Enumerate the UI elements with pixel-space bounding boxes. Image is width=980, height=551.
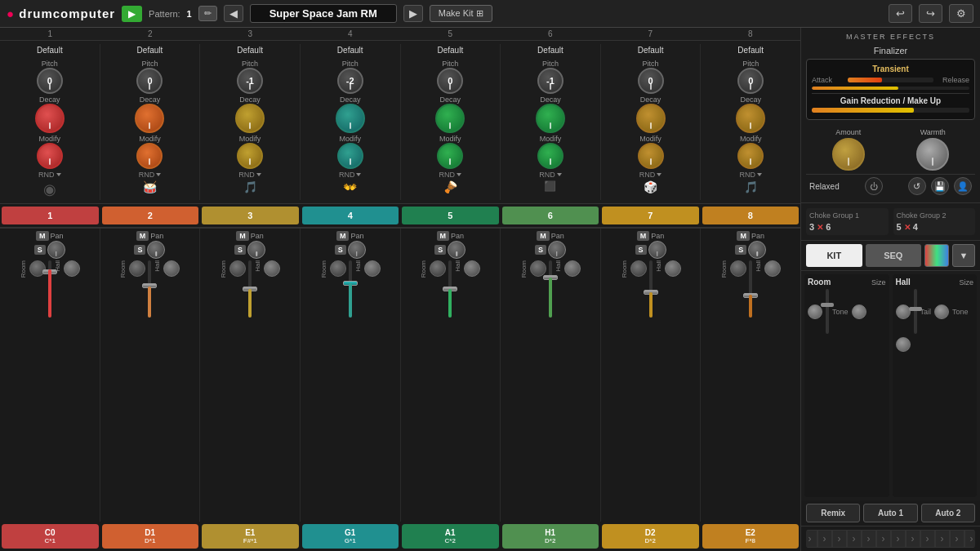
rnd-row-3[interactable]: RND — [238, 171, 261, 179]
amount-knob[interactable] — [832, 138, 865, 171]
make-kit-button[interactable]: Make Kit ⊞ — [430, 5, 492, 22]
room-knob-5[interactable] — [430, 260, 446, 277]
power-button[interactable]: ⏻ — [865, 177, 883, 195]
gain-bar[interactable] — [812, 108, 969, 113]
modify-knob-3[interactable] — [237, 143, 263, 169]
step-btn-5[interactable]: 5 — [402, 207, 499, 224]
nav-right-button[interactable]: ▶ — [403, 5, 423, 22]
choke-x-1[interactable]: ✕ — [817, 223, 823, 232]
pitch-knob-6[interactable]: -1 — [537, 68, 564, 94]
arrow-3[interactable]: › — [817, 530, 832, 548]
note-btn-8[interactable]: E2 F*8 — [702, 524, 800, 549]
rnd-row-7[interactable]: RND — [639, 171, 662, 179]
rnd-row-6[interactable]: RND — [539, 171, 562, 179]
step-btn-3[interactable]: 3 — [202, 207, 299, 224]
arrow-4[interactable]: › — [832, 530, 847, 548]
rnd-row-5[interactable]: RND — [439, 171, 462, 179]
room-knob-2[interactable] — [129, 260, 145, 277]
modify-knob-2[interactable] — [136, 143, 163, 169]
note-btn-6[interactable]: H1 D*2 — [502, 524, 599, 549]
step-btn-7[interactable]: 7 — [602, 207, 699, 224]
note-btn-1[interactable]: C0 C*1 — [2, 524, 99, 549]
note-btn-2[interactable]: D1 D*1 — [102, 524, 199, 549]
modify-knob-6[interactable] — [537, 143, 564, 169]
arrow-2[interactable]: › — [806, 530, 817, 548]
attack-bar[interactable] — [848, 78, 933, 82]
color-picker[interactable] — [924, 244, 949, 267]
solo-btn-5[interactable]: S — [434, 245, 446, 255]
note-btn-5[interactable]: A1 C*2 — [402, 524, 499, 549]
pan-knob-3[interactable] — [247, 241, 265, 259]
choke-x-2[interactable]: ✕ — [904, 223, 911, 232]
auto2-button[interactable]: Auto 2 — [921, 504, 975, 522]
step-btn-2[interactable]: 2 — [102, 207, 199, 224]
decay-knob-7[interactable] — [636, 104, 666, 133]
arrow-7[interactable]: › — [876, 530, 891, 548]
play-button[interactable]: ▶ — [122, 6, 142, 22]
remix-button[interactable]: Remix — [806, 504, 860, 522]
mute-btn-8[interactable]: M — [737, 231, 750, 241]
hall-tail-knob[interactable] — [934, 304, 949, 319]
decay-knob-4[interactable] — [336, 104, 365, 133]
pitch-knob-4[interactable]: -2 — [337, 68, 363, 94]
note-btn-7[interactable]: D2 D*2 — [602, 524, 699, 549]
modify-knob-8[interactable] — [737, 143, 764, 169]
pitch-knob-3[interactable]: -1 — [237, 68, 263, 94]
modify-knob-1[interactable] — [37, 143, 63, 169]
pan-knob-2[interactable] — [147, 241, 165, 259]
arrow-9[interactable]: › — [906, 530, 920, 548]
refresh-icon-btn[interactable]: ↺ — [908, 177, 926, 195]
solo-btn-7[interactable]: S — [635, 245, 647, 255]
pan-knob-1[interactable] — [47, 241, 65, 259]
room-fader-handle[interactable] — [821, 303, 834, 307]
hall-knob-4[interactable] — [364, 260, 381, 277]
hall-knob-2[interactable] — [163, 260, 180, 277]
solo-btn-3[interactable]: S — [234, 245, 246, 255]
settings-button[interactable]: ⚙ — [949, 4, 973, 23]
rnd-row-8[interactable]: RND — [739, 171, 762, 179]
down-arrow-button[interactable]: ▼ — [952, 244, 975, 267]
rnd-row-1[interactable]: RND — [38, 171, 61, 179]
modify-knob-5[interactable] — [437, 143, 463, 169]
arrow-13[interactable]: › — [964, 530, 976, 548]
solo-btn-6[interactable]: S — [535, 245, 546, 255]
arrow-5[interactable]: › — [847, 530, 862, 548]
auto1-button[interactable]: Auto 1 — [863, 504, 917, 522]
pencil-button[interactable]: ✏ — [198, 6, 217, 21]
decay-knob-5[interactable] — [435, 104, 465, 133]
seq-button[interactable]: SEQ — [866, 244, 922, 267]
arrow-12[interactable]: › — [950, 530, 964, 548]
pan-knob-4[interactable] — [348, 241, 366, 259]
modify-knob-7[interactable] — [638, 143, 664, 169]
pitch-knob-7[interactable]: 0 — [638, 68, 664, 94]
solo-btn-4[interactable]: S — [335, 245, 346, 255]
solo-btn-2[interactable]: S — [134, 245, 145, 255]
hall-knob-6[interactable] — [564, 260, 581, 277]
arrow-6[interactable]: › — [862, 530, 876, 548]
mute-btn-5[interactable]: M — [437, 231, 450, 241]
arrow-10[interactable]: › — [920, 530, 935, 548]
pan-knob-8[interactable] — [748, 241, 766, 259]
mute-btn-7[interactable]: M — [637, 231, 650, 241]
mute-btn-3[interactable]: M — [236, 231, 249, 241]
rnd-row-2[interactable]: RND — [139, 171, 162, 179]
hall-tone-knob[interactable] — [896, 337, 911, 352]
decay-knob-6[interactable] — [536, 104, 565, 133]
hall-knob-5[interactable] — [464, 260, 480, 277]
hall-size-knob[interactable] — [896, 304, 911, 319]
step-btn-6[interactable]: 6 — [502, 207, 599, 224]
hall-knob-8[interactable] — [764, 260, 781, 277]
room-knob-7[interactable] — [630, 260, 647, 277]
pan-knob-7[interactable] — [648, 241, 666, 259]
hall-knob-3[interactable] — [264, 260, 280, 277]
undo-button[interactable]: ↩ — [889, 4, 912, 23]
room-knob-3[interactable] — [229, 260, 246, 277]
room-size-knob[interactable] — [808, 304, 822, 319]
pitch-knob-8[interactable]: 0 — [737, 68, 764, 94]
note-btn-4[interactable]: G1 G*1 — [302, 524, 399, 549]
decay-knob-3[interactable] — [235, 104, 265, 133]
decay-knob-8[interactable] — [736, 104, 765, 133]
preset-name[interactable]: Super Space Jam RM — [250, 4, 397, 23]
modify-knob-4[interactable] — [337, 143, 363, 169]
step-btn-1[interactable]: 1 — [2, 207, 99, 224]
